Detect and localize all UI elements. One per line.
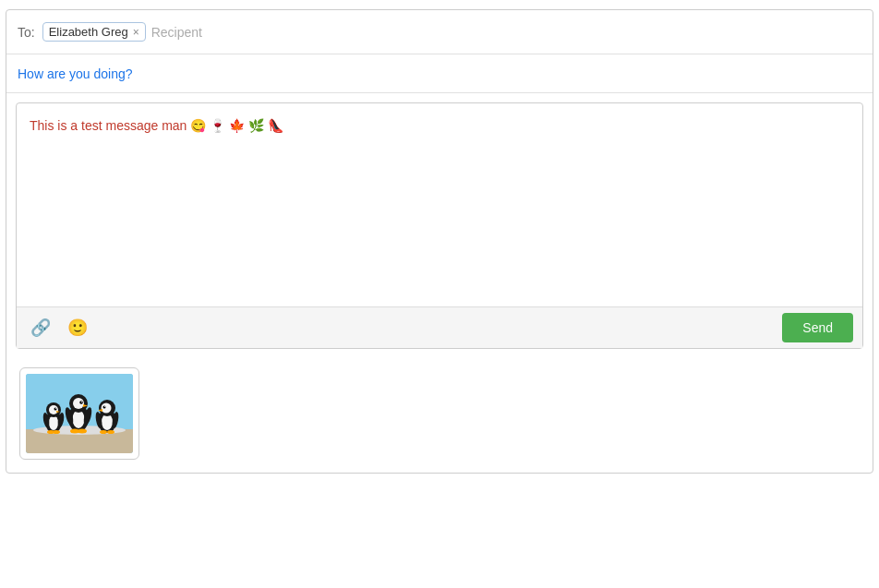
svg-point-24 <box>78 429 87 434</box>
emoji-button[interactable]: 🙂 <box>63 313 92 342</box>
remove-recipient-icon[interactable]: × <box>133 26 139 39</box>
recipient-input-placeholder[interactable]: Recipent <box>151 25 202 40</box>
svg-point-35 <box>107 430 114 434</box>
attachment-image <box>26 374 133 453</box>
svg-point-8 <box>55 408 56 409</box>
svg-point-4 <box>49 415 58 430</box>
svg-point-6 <box>49 405 58 414</box>
svg-point-13 <box>53 430 60 434</box>
message-content[interactable]: This is a test message man 😋 🍷 🍁 🌿 👠 <box>17 103 862 306</box>
svg-point-7 <box>54 408 57 411</box>
attachment-thumbnail[interactable] <box>19 367 139 460</box>
to-label: To: <box>18 25 35 40</box>
toolbar-left: 🔗 🙂 <box>26 313 92 342</box>
svg-point-30 <box>104 406 105 407</box>
link-button[interactable]: 🔗 <box>26 313 55 342</box>
svg-point-19 <box>81 402 82 402</box>
recipient-name: Elizabeth Greg <box>49 25 128 39</box>
svg-point-29 <box>103 406 106 409</box>
email-composer: To: Elizabeth Greg × Recipent How are yo… <box>6 9 873 474</box>
message-toolbar: 🔗 🙂 Send <box>17 306 862 348</box>
svg-point-34 <box>100 430 107 434</box>
svg-point-28 <box>102 403 112 414</box>
message-text: This is a test message man <box>30 118 190 133</box>
subject-text: How are you doing? <box>18 66 133 81</box>
link-icon: 🔗 <box>30 318 51 338</box>
body-area[interactable]: This is a test message man 😋 🍷 🍁 🌿 👠 🔗 🙂… <box>16 102 863 349</box>
to-row: To: Elizabeth Greg × Recipent <box>6 10 873 54</box>
recipient-tag[interactable]: Elizabeth Greg × <box>42 22 146 42</box>
message-emojis: 😋 🍷 🍁 🌿 👠 <box>190 118 283 133</box>
send-button[interactable]: Send <box>782 313 853 342</box>
subject-row: How are you doing? <box>6 54 873 93</box>
svg-point-18 <box>79 401 83 404</box>
emoji-icon: 🙂 <box>67 318 88 338</box>
penguin-svg <box>26 374 133 453</box>
attachment-area <box>6 358 873 473</box>
